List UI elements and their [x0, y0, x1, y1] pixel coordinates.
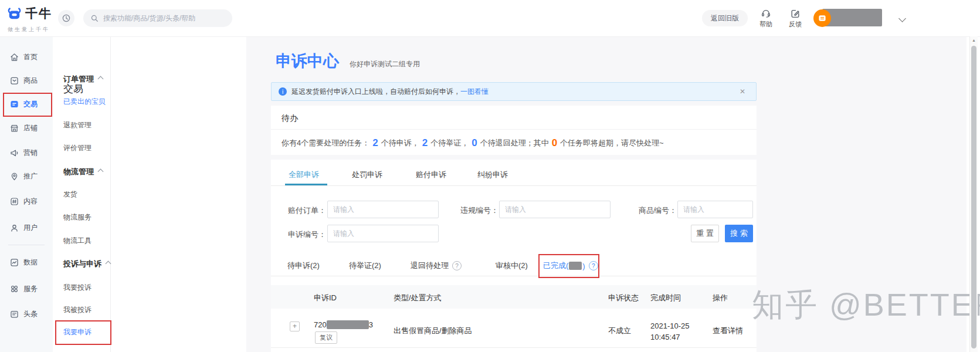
global-search[interactable]: [83, 9, 232, 27]
watermark: 知乎 @BETTER: [752, 284, 980, 327]
product-number-input[interactable]: [677, 201, 753, 218]
count-pending-appeal: 2: [372, 137, 378, 149]
col-appeal-id: 申诉ID: [314, 293, 337, 303]
account-name-redacted: [822, 9, 882, 26]
reset-button[interactable]: 重 置: [691, 225, 719, 242]
back-to-old-version-button[interactable]: 返回旧版: [702, 10, 748, 26]
notice-text: 延迟发货赔付申诉入口上线啦，自动赔付后如何申诉，: [291, 87, 460, 97]
subtab-returned-pending[interactable]: 退回待处理 ?: [411, 260, 462, 271]
submenu-item-refund-management[interactable]: 退款管理: [63, 120, 91, 130]
col-finish-time: 完成时间: [650, 293, 681, 303]
group-complaints-appeals[interactable]: 投诉与申诉: [63, 259, 110, 269]
location-pin-icon: [9, 171, 19, 181]
sidebar-label: 用户: [23, 223, 38, 233]
submenu-item-logistics-tools[interactable]: 物流工具: [63, 236, 91, 246]
col-type-disposal: 类型/处置方式: [394, 293, 442, 303]
grid-dots-icon: [9, 284, 19, 294]
tab-penalty-appeals[interactable]: 处罚申诉: [352, 170, 382, 180]
trade-icon: [9, 99, 19, 109]
sidebar-item-shop[interactable]: 店铺: [0, 121, 53, 135]
sidebar-label: 推广: [23, 171, 38, 181]
completed-count-redacted: [569, 262, 582, 270]
history-clock-button[interactable]: [58, 10, 74, 26]
sidebar-item-content[interactable]: 内容: [0, 194, 53, 208]
submenu-item-i-want-to-appeal[interactable]: 我要申诉: [63, 327, 91, 337]
sidebar-item-home[interactable]: 首页: [0, 50, 53, 64]
qianniu-bull-icon: [7, 7, 22, 21]
appeal-id-cell: 7203: [314, 320, 373, 329]
help-button[interactable]: 帮助: [755, 8, 776, 29]
sidebar-item-headlines[interactable]: 头条: [0, 307, 53, 321]
submenu-item-review-management[interactable]: 评价管理: [63, 143, 91, 153]
subtab-pending-appeal[interactable]: 待申诉(2): [287, 260, 320, 271]
row-expand-button[interactable]: +: [290, 321, 300, 331]
appeals-card: 全部申诉 处罚申诉 赔付申诉 纠纷申诉 赔付订单： 违规编号： 商品编号： 申诉…: [271, 160, 757, 352]
person-icon: [9, 223, 19, 233]
tab-compensation-appeals[interactable]: 赔付申诉: [416, 170, 446, 180]
view-details-link[interactable]: 查看详情: [713, 326, 743, 336]
sidebar-label: 头条: [23, 309, 38, 319]
sidebar-item-data[interactable]: 数据: [0, 255, 53, 269]
collapse-caret-icon: [106, 261, 111, 267]
collapse-caret-icon: [98, 169, 104, 175]
finish-time-cell: 2021-10-25 10:45:47: [650, 320, 690, 343]
tab-all-appeals[interactable]: 全部申诉: [289, 170, 319, 180]
feedback-button[interactable]: 反馈: [785, 8, 806, 29]
sidebar-label: 数据: [23, 258, 38, 268]
notice-link[interactable]: 一图看懂: [460, 87, 489, 97]
feedback-icon: [790, 8, 801, 19]
sidebar-item-promotion[interactable]: 推广: [0, 169, 53, 183]
submenu-item-ship[interactable]: 发货: [63, 189, 77, 199]
count-pending-evidence: 2: [422, 137, 428, 149]
search-input[interactable]: [102, 13, 216, 23]
account-chevron-down-icon[interactable]: [898, 15, 906, 22]
sidebar-item-users[interactable]: 用户: [0, 221, 53, 235]
filter-label-product-number: 商品编号：: [638, 205, 677, 216]
sidebar-label: 商品: [23, 76, 38, 86]
trade-submenu: 交易 订单管理 已卖出的宝贝 退款管理 评价管理 物流管理 发货 物流服务 物流…: [53, 36, 111, 352]
collapse-caret-icon: [98, 76, 104, 82]
scrollbar-up-arrow[interactable]: ▲: [971, 38, 976, 42]
top-bar: 千牛 做生意上千牛 返回旧版: [0, 0, 980, 37]
tab-dispute-appeals[interactable]: 纠纷申诉: [477, 170, 508, 180]
appeal-number-input[interactable]: [327, 225, 439, 242]
submenu-item-complained-against-me[interactable]: 我被投诉: [63, 305, 91, 315]
clock-icon: [62, 13, 71, 23]
sidebar-label: 营销: [23, 148, 38, 158]
group-logistics-management[interactable]: 物流管理: [63, 167, 103, 177]
sidebar-label: 内容: [23, 197, 38, 207]
compensation-order-input[interactable]: [327, 201, 439, 218]
search-icon: [90, 14, 99, 22]
sidebar-item-products[interactable]: 商品: [0, 73, 53, 87]
logo-tagline: 做生意上千牛: [8, 26, 50, 33]
avatar[interactable]: [813, 9, 831, 27]
submenu-item-i-want-to-complain[interactable]: 我要投诉: [63, 283, 91, 293]
help-icon[interactable]: ?: [452, 261, 462, 270]
sidebar-item-marketing[interactable]: 营销: [0, 145, 53, 160]
search-button[interactable]: 搜 索: [725, 225, 753, 242]
sidebar-item-trade[interactable]: 交易: [0, 97, 53, 111]
subtab-under-review[interactable]: 审核中(2): [496, 260, 528, 271]
scrollbar-thumb[interactable]: [971, 46, 976, 348]
submenu-item-logistics-services[interactable]: 物流服务: [63, 212, 91, 222]
violation-number-input[interactable]: [499, 201, 611, 218]
page-title: 申诉中心: [276, 50, 339, 72]
group-order-management[interactable]: 订单管理: [63, 74, 103, 84]
qianniu-logo[interactable]: 千牛: [7, 5, 52, 22]
home-icon: [9, 52, 19, 62]
close-icon[interactable]: ✕: [736, 87, 749, 96]
subtab-completed[interactable]: 已完成( ) ?: [543, 260, 598, 271]
help-icon[interactable]: ?: [589, 261, 598, 270]
count-pending-return: 0: [472, 137, 477, 149]
appeal-id-redacted: [327, 320, 369, 329]
filter-label-appeal-number: 申诉编号：: [282, 229, 326, 240]
col-appeal-status: 申诉状态: [608, 293, 639, 303]
todo-heading: 待办: [282, 113, 298, 124]
info-icon: i: [279, 87, 287, 96]
sidebar-label: 交易: [23, 99, 38, 109]
filter-label-violation-number: 违规编号：: [460, 205, 499, 216]
sidebar-label: 店铺: [23, 123, 38, 133]
sidebar-item-services[interactable]: 服务: [0, 282, 53, 296]
subtab-pending-evidence[interactable]: 待举证(2): [349, 260, 381, 271]
submenu-item-sold-items[interactable]: 已卖出的宝贝: [63, 97, 106, 107]
